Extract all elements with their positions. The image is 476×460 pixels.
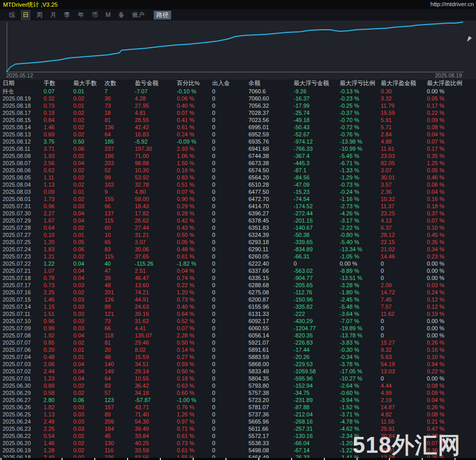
cell-9: -0.25 % xyxy=(340,102,381,109)
table-row[interactable]: 2025.07.280.640.026027.440.43 %06351.83-… xyxy=(0,224,476,231)
table-row[interactable]: 2025.08.180.730.017327.950.40 %07056.32-… xyxy=(0,102,476,109)
cell-8: -150.96 xyxy=(294,296,340,303)
cell-10: 13.03 xyxy=(381,368,427,375)
table-row[interactable]: 2025.07.231.210.0211537.650.61 %06260.05… xyxy=(0,253,476,260)
table-row[interactable]: 2025.07.141.150.038924.630.40 %06155.96-… xyxy=(0,303,476,310)
cell-9: -17.05 % xyxy=(340,368,381,375)
cell-3: 140 xyxy=(105,361,135,368)
website-link[interactable]: http://mtdriver.cn xyxy=(430,1,474,7)
cell-2: 0.02 xyxy=(73,167,105,174)
cell-7: 5723.20 xyxy=(249,396,294,404)
tab-年[interactable]: 年 xyxy=(77,11,85,19)
cell-4: 34.18 xyxy=(135,389,177,396)
table-row[interactable]: 2025.06.261.820.0315743.710.76 %05781.07… xyxy=(0,404,476,411)
tab-账户[interactable]: 账户 xyxy=(131,11,146,19)
cell-7: 6378.45 xyxy=(249,217,294,224)
cell-6: 0 xyxy=(212,411,249,418)
table-row[interactable]: 2025.07.070.850.028129.460.50 %05921.07-… xyxy=(0,339,476,346)
tab-综[interactable]: 综 xyxy=(8,11,16,19)
table-row[interactable]: 2025.07.100.960.037331.620.52 %06092.17-… xyxy=(0,317,476,325)
cell-5: 0.63 % xyxy=(177,382,212,389)
table-row[interactable]: 2025.08.190.320.02304.280.06 %07060.60-1… xyxy=(0,95,476,102)
table-row[interactable]: 2025.08.072.560.0420398.881.50 %06673.38… xyxy=(0,159,476,167)
cell-3: 130 xyxy=(105,439,135,447)
table-row[interactable]: 2025.08.130.690.026416.830.24 %06952.59-… xyxy=(0,131,476,138)
column-header-2: 最大手数 xyxy=(73,79,105,88)
cell-8: -66.31 xyxy=(294,253,340,260)
cell-0: 2025.07.31 xyxy=(3,203,44,210)
cell-2: 0.04 xyxy=(73,159,105,167)
cell-4: 71.00 xyxy=(135,152,177,159)
cell-10: 23.03 xyxy=(381,152,427,159)
table-row[interactable]: 2025.07.211.070.04472.510.04 %06337.66-5… xyxy=(0,267,476,274)
cell-11: 0.00 % xyxy=(427,332,476,339)
table-row[interactable]: 2025.07.302.270.0413717.820.28 %06396.27… xyxy=(0,210,476,217)
cell-1: 1.46 xyxy=(44,439,73,447)
tab-季[interactable]: 季 xyxy=(63,11,71,19)
cell-9: -0.13 % xyxy=(340,88,381,95)
table-row[interactable]: 2025.06.272.800.06123-57.87-1.00 %05723.… xyxy=(0,396,476,404)
table-row[interactable]: 2025.06.300.890.028336.420.63 %05793.80-… xyxy=(0,382,476,389)
cell-7: 6092.17 xyxy=(249,317,294,325)
cell-2: 0.02 xyxy=(73,382,105,389)
table-row[interactable]: 2025.08.123.750.50185-5.92-0.09 %06935.7… xyxy=(0,138,476,145)
table-row[interactable]: 2025.07.011.230.046410.550.18 %05804.35-… xyxy=(0,375,476,382)
table-row[interactable]: 2025.07.310.960.036618.430.29 %06414.70-… xyxy=(0,203,476,210)
table-row[interactable]: 2025.08.051.110.029953.920.83 %06564.20-… xyxy=(0,174,476,181)
cell-9: -0.70 % xyxy=(340,116,381,124)
cell-4: 43.71 xyxy=(135,404,177,411)
cell-11: 0.21 % xyxy=(427,418,476,425)
table-row[interactable]: 2025.08.060.620.025210.300.16 %06574.50-… xyxy=(0,167,476,174)
table-row[interactable]: 2025.07.151.450.0312644.910.73 %06200.87… xyxy=(0,296,476,303)
table-row[interactable]: 2025.07.270.100.011031.210.50 %06324.39-… xyxy=(0,231,476,238)
table-row[interactable]: 2025.08.150.840.028128.550.41 %07023.56-… xyxy=(0,116,476,124)
grid-tick xyxy=(258,458,259,460)
table-row[interactable]: 2025.08.081.930.0218671.001.06 %06744.38… xyxy=(0,152,476,159)
table-row[interactable]: 2025.07.111.510.0312139.160.64 %06131.33… xyxy=(0,310,476,317)
cell-4: 83.56 xyxy=(135,454,177,458)
table-row[interactable]: 2025.07.291.670.0411526.620.42 %06378.45… xyxy=(0,217,476,224)
tab-月[interactable]: 月 xyxy=(49,11,57,19)
table-row[interactable]: 2025.07.040.480.014815.590.27 %05883.59-… xyxy=(0,353,476,361)
table-row[interactable]: 2025.07.170.730.034813.600.22 %06288.68-… xyxy=(0,282,476,289)
table-row[interactable]: 2025.07.090.990.03664.410.07 %06060.55-1… xyxy=(0,325,476,332)
table-row[interactable]: 2025.08.011.730.0215558.000.90 %06472.70… xyxy=(0,195,476,203)
table-row[interactable]: 2025.07.081.920.04118135.072.28 %06056.1… xyxy=(0,332,476,339)
table-row[interactable]: 2025.07.032.060.0414034.510.59 %05868.00… xyxy=(0,361,476,368)
tab-备[interactable]: 备 xyxy=(117,11,126,19)
equity-chart[interactable]: 2025.05.12 2025.08.19 xyxy=(0,21,476,79)
tab-日[interactable]: 日 xyxy=(22,11,30,19)
table-row[interactable]: 2025.07.241.830.068330.060.48 %06290.11-… xyxy=(0,246,476,253)
chart-end-date-label: 2025.08.19 xyxy=(435,72,462,78)
cell-11: 0.34 % xyxy=(427,246,476,253)
tab-币[interactable]: 币 xyxy=(91,11,99,19)
cell-10: 14.46 xyxy=(381,253,427,260)
table-row[interactable]: 2025.08.041.130.0210232.780.51 %06510.28… xyxy=(0,181,476,188)
table-row[interactable]: 持仓0.070.017-7.07-0.10 %07060.6-9.26-0.13… xyxy=(0,88,476,95)
cell-1: 1.20 xyxy=(44,238,73,246)
table-row[interactable]: 2025.08.113.710.06237197.302.93 %06941.6… xyxy=(0,145,476,152)
table-row[interactable]: 2025.07.060.200.01208.020.14 %05891.61-1… xyxy=(0,346,476,353)
table-row[interactable]: 2025.07.162.250.0220174.211.20 %06275.08… xyxy=(0,289,476,296)
table-row[interactable]: 2025.08.030.090.0194.800.07 %06477.50-15… xyxy=(0,188,476,195)
table-row[interactable]: 2025.07.221.220.0440-115.26-1.82 %06222.… xyxy=(0,260,476,267)
path-button[interactable]: 路径 xyxy=(154,11,171,19)
table-row[interactable]: 2025.06.290.580.025734.180.60 %05757.38-… xyxy=(0,389,476,396)
cell-8: -50.43 xyxy=(294,124,340,131)
table-row[interactable]: 2025.08.141.460.0213642.420.61 %06995.01… xyxy=(0,124,476,131)
table-row[interactable]: 2025.07.180.780.043946.470.74 %06335.15-… xyxy=(0,274,476,282)
cell-6: 0 xyxy=(212,303,249,310)
cell-3: 10 xyxy=(105,231,135,238)
cell-3: 20 xyxy=(105,346,135,353)
table-row[interactable]: 2025.07.022.440.0414929.140.50 %05833.49… xyxy=(0,368,476,375)
table-row[interactable]: 2025.08.170.190.02184.810.07 %07028.37-2… xyxy=(0,109,476,116)
table-row[interactable]: 2025.07.251.200.05653.070.05 %06293.18-3… xyxy=(0,238,476,246)
table-row[interactable]: 2025.06.251.130.038971.401.26 %05737.36-… xyxy=(0,411,476,418)
tab-周[interactable]: 周 xyxy=(35,11,44,19)
table-row[interactable]: 2025.06.242.490.0320954.300.97 %05665.96… xyxy=(0,418,476,425)
cell-10: 21.02 xyxy=(381,246,427,253)
cell-6: 0 xyxy=(212,224,249,231)
cell-6: 0 xyxy=(212,174,249,181)
cell-7: 6060.55 xyxy=(249,325,294,332)
tab-M[interactable]: M xyxy=(105,11,112,19)
